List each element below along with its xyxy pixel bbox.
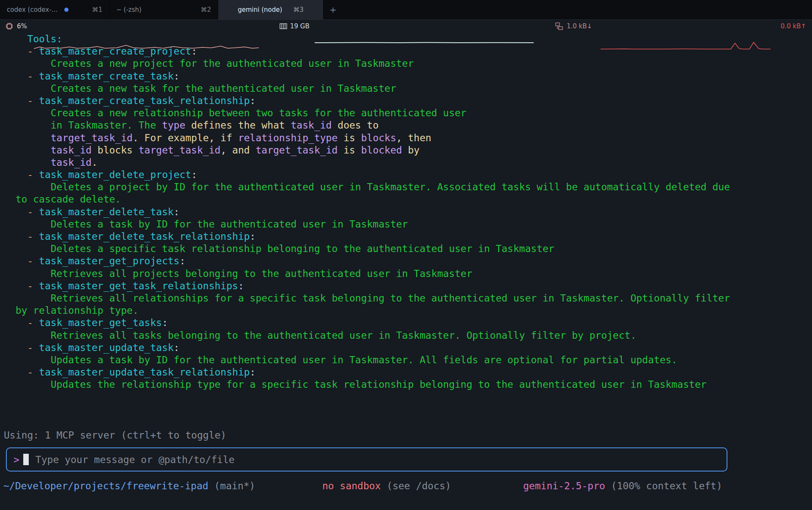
terminal-line: by relationship type. [4, 304, 730, 317]
terminal-line: Retrieves all relationships for a specif… [4, 292, 730, 304]
terminal-line: - task_master_delete_project: [4, 169, 730, 181]
terminal-line: Deletes a project by ID for the authenti… [4, 181, 730, 193]
network-up-value: 0.0 kB↑ [781, 19, 806, 33]
terminal-line: - task_master_delete_task: [4, 206, 730, 218]
sandbox-label: no sandbox [322, 480, 381, 491]
working-directory: ~/Developer/projects/freewrite-ipad (mai… [3, 480, 255, 491]
tab-gemini-shortcut: ⌘3 [293, 6, 304, 14]
network-down-value: 1.0 kB↓ [567, 19, 592, 33]
sandbox-note: (see /docs) [381, 480, 451, 491]
terminal-line: Tools: [4, 33, 730, 45]
terminal-line: - task_master_delete_task_relationship: [4, 230, 730, 243]
terminal-line: Creates a new relationship between two t… [4, 107, 730, 119]
tab-zsh-shortcut: ⌘2 [200, 6, 211, 14]
tab-zsh[interactable]: ~ (-zsh) ⌘2 [110, 0, 218, 19]
tab-gemini-title: gemini (node) [238, 6, 282, 14]
terminal-line: Creates a new project for the authentica… [4, 58, 730, 70]
model-status: gemini-2.5-pro (100% context left) [523, 480, 722, 491]
tab-codex-title: codex (codex-aar... [7, 6, 61, 14]
terminal-line: Creates a new task for the authenticated… [4, 82, 730, 95]
terminal-line: target_task_id. For example, if relation… [4, 132, 730, 144]
terminal-line: - task_master_get_task_relationships: [4, 280, 730, 292]
new-tab-button[interactable]: + [324, 0, 343, 19]
tab-zsh-title: ~ (-zsh) [116, 6, 142, 14]
terminal-line: task_id blocks target_task_id, and targe… [4, 144, 730, 156]
terminal-line: - task_master_get_projects: [4, 255, 730, 267]
footer-status-bar: ~/Developer/projects/freewrite-ipad (mai… [0, 480, 812, 493]
message-input[interactable]: > Type your message or @path/to/file [6, 447, 727, 472]
terminal-line: to cascade delete. [4, 193, 730, 206]
terminal-line: Deletes a task by ID for the authenticat… [4, 218, 730, 230]
stats-bar: 6% 19 GB 1.0 kB↓ 0.0 kB↑ [0, 19, 812, 33]
mcp-status-line: Using: 1 MCP server (ctrl+t to toggle) [4, 430, 226, 441]
terminal-line: - task_master_update_task_relationship: [4, 366, 730, 378]
terminal-line: - task_master_get_tasks: [4, 317, 730, 329]
terminal-line: - task_master_create_project: [4, 45, 730, 58]
sandbox-status: no sandbox (see /docs) [322, 480, 451, 491]
model-name: gemini-2.5-pro [523, 480, 605, 491]
cpu-chip-icon [5, 19, 14, 33]
cwd-path: ~/Developer/projects/freewrite-ipad [3, 480, 208, 491]
text-cursor [23, 454, 29, 465]
tab-bar: codex (codex-aar... ⌘1 ~ (-zsh) ⌘2 gemin… [0, 0, 812, 20]
input-placeholder: Type your message or @path/to/file [36, 454, 235, 465]
terminal-line: in Taskmaster. The type defines the what… [4, 119, 730, 132]
terminal-line: Deletes a specific task relationship bel… [4, 243, 730, 255]
tab-gemini[interactable]: gemini (node) ⌘3 [218, 0, 324, 19]
tab-codex[interactable]: codex (codex-aar... ⌘1 [0, 0, 110, 19]
cpu-usage-value: 6% [17, 19, 27, 33]
tab-codex-shortcut: ⌘1 [92, 6, 102, 14]
terminal-line: Retrieves all projects belonging to the … [4, 268, 730, 280]
terminal-line: Retrieves all tasks belonging to the aut… [4, 329, 730, 342]
terminal-output: Tools: - task_master_create_project: Cre… [4, 33, 730, 391]
network-icon [555, 19, 563, 33]
terminal-line: - task_master_update_task: [4, 342, 730, 354]
terminal-line: - task_master_create_task_relationship: [4, 95, 730, 107]
terminal-line: Updates a task by ID for the authenticat… [4, 354, 730, 366]
git-branch: (main*) [208, 480, 255, 491]
terminal-line: Updates the relationship type for a spec… [4, 378, 730, 391]
context-left: (100% context left) [605, 480, 722, 491]
prompt-symbol: > [14, 454, 19, 465]
terminal-line: - task_master_create_task: [4, 70, 730, 82]
terminal-line: task_id. [4, 156, 730, 169]
memory-usage-value: 19 GB [290, 19, 310, 33]
memory-icon [279, 19, 288, 33]
activity-dot-icon [64, 8, 69, 12]
